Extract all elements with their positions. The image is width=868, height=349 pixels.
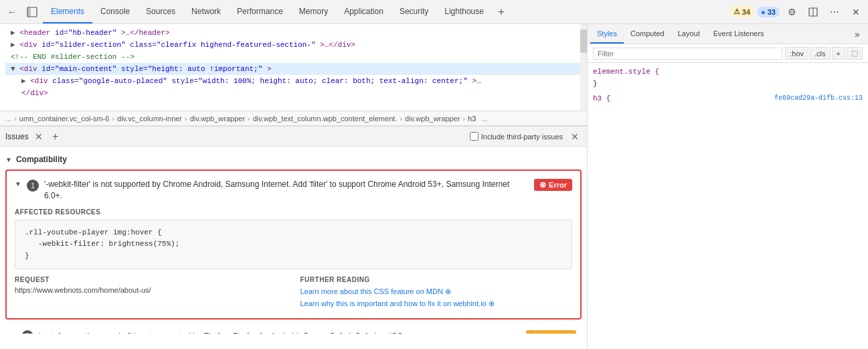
tab-sources[interactable]: Sources: [138, 0, 183, 23]
styles-content[interactable]: element.style { } h3 { fe69cad29a-d1fb.c…: [588, 63, 868, 349]
right-tabs-more-btn[interactable]: »: [849, 26, 865, 42]
back-forward-btn[interactable]: ←: [3, 3, 21, 21]
breadcrumb-wpb-wrapper[interactable]: div.wpb_wrapper: [190, 115, 245, 123]
error-badge: ⊗ Error: [534, 179, 572, 191]
compatibility-chevron: ▼: [5, 156, 12, 163]
dom-tree[interactable]: ▶ <header id="hb-header" >…</header> ▶ <…: [0, 24, 587, 111]
issue-card-webkit-filter: ▼ 1 '-webkit-filter' is not supported by…: [5, 169, 582, 320]
settings-btn[interactable]: ⚙: [782, 3, 801, 21]
tab-layout[interactable]: Layout: [671, 24, 707, 44]
issues-panel-close-btn[interactable]: ✕: [568, 130, 582, 143]
code-line-3: }: [25, 251, 562, 263]
code-block: .rll-youtube-player img:hover { -webkit-…: [15, 220, 572, 270]
filter-input[interactable]: [593, 48, 782, 60]
issue-count-badge: 1: [27, 180, 39, 192]
style-selector-h3: h3 {: [593, 94, 610, 102]
mdn-link[interactable]: Learn more about this CSS feature on MDN…: [300, 286, 573, 298]
svg-rect-1: [27, 7, 31, 17]
issues-panel: Issues ✕ + Include third-party issues ✕: [0, 126, 587, 334]
dom-scrollbar[interactable]: [580, 24, 587, 111]
dom-scroll-thumb[interactable]: [580, 29, 587, 53]
right-panel: Styles Computed Layout Event Listeners »…: [587, 24, 868, 349]
further-reading-col: FURTHER READING Learn more about this CS…: [300, 276, 573, 309]
more-btn[interactable]: ⋯: [825, 3, 844, 21]
issue-card-header: ▼ 1 '-webkit-filter' is not supported by…: [15, 179, 572, 202]
dom-line-1: ▶ <header id="hb-header" >…</header>: [5, 27, 582, 39]
warning-badge-bottom: ⚠ Warning: [526, 330, 576, 334]
breadcrumb-more-right[interactable]: ...: [481, 115, 487, 123]
add-style-btn[interactable]: +: [832, 47, 845, 60]
issues-toolbar: Issues ✕ + Include third-party issues ✕: [0, 127, 587, 147]
filter-buttons: :hov .cls + ⬚: [785, 47, 863, 60]
dock-btn[interactable]: [804, 3, 822, 21]
style-rule-h3: h3 { fe69cad29a-d1fb.css:13: [593, 92, 863, 104]
code-line-2: -webkit-filter: brightness(75%);: [25, 238, 562, 251]
tab-styles[interactable]: Styles: [590, 24, 624, 44]
dom-line-6: </div>: [5, 87, 582, 99]
issue-card-title: '-webkit-filter' is not supported by Chr…: [44, 179, 529, 202]
issue-footer: REQUEST https://www.webnots.com/home/abo…: [15, 276, 572, 309]
tab-elements[interactable]: Elements: [43, 0, 92, 23]
issues-right: Include third-party issues ✕: [470, 130, 582, 143]
affected-resources-label: AFFECTED RESOURCES: [15, 208, 572, 216]
third-party-checkbox[interactable]: [470, 132, 479, 141]
third-party-label[interactable]: Include third-party issues: [470, 132, 563, 141]
webhint-link[interactable]: Learn why this is important and how to f…: [300, 298, 573, 310]
warning-icon-bottom: ⚠: [531, 332, 539, 334]
style-selector-element: element.style {: [593, 68, 659, 76]
tab-security[interactable]: Security: [392, 0, 436, 23]
further-reading-label: FURTHER READING: [300, 276, 573, 283]
style-file-ref[interactable]: fe69cad29a-d1fb.css:13: [774, 92, 863, 104]
breadcrumb-ellipsis[interactable]: ...: [5, 115, 11, 123]
toggle-style-btn[interactable]: ⬚: [847, 47, 863, 60]
bottom-issue-chevron[interactable]: ▶: [11, 332, 16, 334]
panel-toggle-btn[interactable]: [23, 3, 41, 21]
tab-event-listeners[interactable]: Event Listeners: [707, 24, 771, 44]
dom-line-4[interactable]: ▼ <div id="main-content" style="height: …: [5, 63, 582, 75]
warning-count: 34: [742, 8, 750, 16]
toolbar-right: ⚠ 34 ● 33 ⚙ ⋯ ✕: [729, 3, 865, 21]
main-content-area: ▶ <header id="hb-header" >…</header> ▶ <…: [0, 24, 868, 349]
compatibility-section: ▼ Compatibility ▼ 1 '-webkit-filter' is …: [5, 152, 582, 334]
issues-add-panel-btn[interactable]: +: [49, 130, 62, 143]
hover-filter-btn[interactable]: :hov: [785, 47, 808, 60]
bottom-issue: ▶ 1 'meta[name=theme-color]' is not supp…: [5, 325, 582, 334]
info-count: 33: [768, 8, 776, 16]
issues-content[interactable]: ▼ Compatibility ▼ 1 '-webkit-filter' is …: [0, 147, 587, 334]
panel-area: ▶ <header id="hb-header" >…</header> ▶ <…: [0, 24, 868, 349]
error-icon: ⊗: [539, 180, 546, 190]
add-tab-btn[interactable]: +: [492, 3, 511, 21]
info-badge: ● 33: [757, 7, 780, 17]
tab-lighthouse[interactable]: Lighthouse: [436, 0, 492, 23]
breadcrumb-h3[interactable]: h3: [468, 115, 476, 123]
tab-performance[interactable]: Performance: [229, 0, 291, 23]
top-toolbar: ← Elements Console Sources Network Perfo…: [0, 0, 868, 24]
breadcrumb-text-col[interactable]: div.wpb_text_column.wpb_content_element.: [253, 115, 398, 123]
issue-expand-chevron[interactable]: ▼: [15, 180, 21, 188]
issues-tab-label: Issues: [5, 132, 29, 141]
request-url: https://www.webnots.com/home/about-us/: [15, 286, 287, 294]
left-panel: ▶ <header id="hb-header" >…</header> ▶ <…: [0, 24, 587, 349]
cls-filter-btn[interactable]: .cls: [810, 47, 831, 60]
breadcrumb-col-inner[interactable]: div.vc_column-inner: [117, 115, 182, 123]
breadcrumb-wpb-wrapper2[interactable]: div.wpb_wrapper: [405, 115, 460, 123]
breadcrumb-col[interactable]: umn_container.vc_col-sm-6: [19, 115, 110, 123]
tab-network[interactable]: Network: [183, 0, 229, 23]
bottom-issue-text: 'meta[name=theme-color]' is not supporte…: [39, 332, 521, 334]
style-rule-close-1: }: [593, 78, 863, 90]
tab-memory[interactable]: Memory: [291, 0, 336, 23]
tab-computed[interactable]: Computed: [624, 24, 671, 44]
compatibility-header[interactable]: ▼ Compatibility: [5, 152, 582, 169]
dom-line-2: ▶ <div id="slider-section" class="clearf…: [5, 39, 582, 51]
right-panel-tabs: Styles Computed Layout Event Listeners »: [588, 24, 868, 44]
dom-line-3: <!-- END #slider-section -->: [5, 51, 582, 63]
warning-badge: ⚠ 34: [729, 6, 754, 17]
close-devtools-btn[interactable]: ✕: [847, 3, 865, 21]
tab-application[interactable]: Application: [336, 0, 392, 23]
request-col: REQUEST https://www.webnots.com/home/abo…: [15, 276, 287, 309]
warning-icon: ⚠: [733, 7, 740, 16]
tab-console[interactable]: Console: [92, 0, 138, 23]
bottom-issue-count: 1: [21, 330, 33, 334]
issues-tab-close-btn[interactable]: ✕: [33, 131, 45, 143]
breadcrumb: ... › umn_container.vc_col-sm-6 › div.vc…: [0, 111, 587, 126]
